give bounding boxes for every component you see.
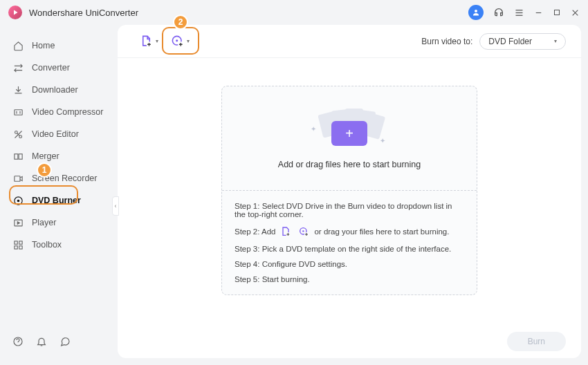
add-file-icon <box>279 225 292 238</box>
dvd-icon <box>12 195 24 206</box>
svg-rect-11 <box>14 153 17 159</box>
user-avatar-icon[interactable] <box>468 5 484 20</box>
sidebar-item-converter[interactable]: Converter <box>0 57 118 79</box>
svg-point-28 <box>303 230 304 232</box>
add-disc-icon <box>169 34 185 49</box>
app-logo-icon <box>8 6 22 19</box>
sidebar-item-merger[interactable]: Merger <box>0 145 118 167</box>
downloader-icon <box>12 84 24 95</box>
sidebar-item-editor[interactable]: Video Editor <box>0 123 118 145</box>
sidebar-item-label: Downloader <box>32 85 78 95</box>
compressor-icon <box>12 106 24 118</box>
step-3: Step 3: Pick a DVD template on the right… <box>235 245 464 253</box>
step-1: Step 1: Select DVD Drive in the Burn vid… <box>235 202 464 218</box>
sidebar-item-dvd-burner[interactable]: DVD Burner <box>0 189 118 212</box>
maximize-icon[interactable] <box>553 8 561 17</box>
folder-graphic-icon: + ✦ ✦ <box>315 107 384 146</box>
toolbox-icon <box>12 239 24 250</box>
sidebar-item-player[interactable]: Player <box>0 212 118 234</box>
add-file-icon <box>138 34 154 49</box>
svg-rect-13 <box>14 176 19 181</box>
editor-icon <box>12 129 24 140</box>
burn-button[interactable]: Burn <box>507 332 566 351</box>
svg-rect-17 <box>14 241 17 243</box>
close-icon[interactable] <box>571 8 580 17</box>
steps-list: Step 1: Select DVD Drive in the Burn vid… <box>222 190 477 294</box>
annotation-badge-1: 1 <box>37 162 52 178</box>
feedback-icon[interactable] <box>59 336 71 347</box>
sidebar-item-label: Converter <box>32 63 70 73</box>
home-icon <box>12 40 24 51</box>
sidebar-item-label: Video Editor <box>32 129 79 139</box>
sidebar-item-label: Player <box>32 218 56 227</box>
sidebar-item-label: Video Compressor <box>32 107 103 117</box>
sidebar-item-compressor[interactable]: Video Compressor <box>0 101 118 123</box>
chevron-down-icon: ▾ <box>554 38 557 44</box>
svg-rect-8 <box>14 109 21 115</box>
annotation-badge-2: 2 <box>173 15 188 30</box>
sidebar-item-label: Home <box>32 41 55 50</box>
merger-icon <box>12 151 24 162</box>
burn-to-value: DVD Folder <box>488 37 532 46</box>
svg-rect-19 <box>14 245 17 248</box>
step-2: Step 2: Add or drag your files here to s… <box>235 225 464 238</box>
burn-to-label: Burn video to: <box>421 37 472 46</box>
recorder-icon <box>12 173 24 184</box>
help-icon[interactable] <box>12 336 24 347</box>
titlebar: Wondershare UniConverter <box>0 0 588 25</box>
player-icon <box>12 217 24 228</box>
drop-zone[interactable]: + ✦ ✦ Add or drag files here to start bu… <box>221 86 477 295</box>
sidebar-collapse-handle[interactable]: ‹ <box>112 196 119 216</box>
support-icon[interactable] <box>493 7 504 18</box>
burn-to-select[interactable]: DVD Folder ▾ <box>479 33 566 50</box>
content-panel: ‹ ▾ ▾ Burn video to: DVD Folder ▾ <box>118 25 581 358</box>
sidebar: Home Converter Downloader Video Compress… <box>0 25 118 365</box>
svg-rect-18 <box>19 241 21 243</box>
sidebar-item-label: Merger <box>32 151 59 161</box>
app-title: Wondershare UniConverter <box>29 8 138 18</box>
chevron-down-icon: ▾ <box>156 38 158 44</box>
chevron-down-icon: ▾ <box>187 38 190 44</box>
svg-rect-20 <box>19 245 21 248</box>
converter-icon <box>12 62 24 73</box>
sidebar-item-recorder[interactable]: Screen Recorder <box>0 167 118 189</box>
sidebar-item-home[interactable]: Home <box>0 35 118 57</box>
sidebar-item-label: Toolbox <box>32 240 62 250</box>
add-file-button[interactable]: ▾ <box>133 30 164 53</box>
menu-icon[interactable] <box>514 8 524 18</box>
step-5: Step 5: Start burning. <box>235 275 464 283</box>
notification-icon[interactable] <box>36 336 47 347</box>
svg-rect-5 <box>555 10 560 15</box>
sidebar-item-label: DVD Burner <box>32 196 81 205</box>
drop-zone-text: Add or drag files here to start burning <box>278 160 421 169</box>
add-disc-button[interactable]: ▾ <box>164 30 195 53</box>
svg-point-15 <box>17 200 19 202</box>
svg-point-24 <box>176 39 178 41</box>
step-4: Step 4: Configure DVD settings. <box>235 260 464 268</box>
sidebar-item-downloader[interactable]: Downloader <box>0 79 118 101</box>
sidebar-item-toolbox[interactable]: Toolbox <box>0 234 118 256</box>
add-disc-icon <box>297 225 310 238</box>
svg-rect-12 <box>19 153 22 159</box>
minimize-icon[interactable] <box>534 8 543 17</box>
content-toolbar: ▾ ▾ Burn video to: DVD Folder ▾ <box>118 25 581 58</box>
svg-point-0 <box>475 10 477 12</box>
